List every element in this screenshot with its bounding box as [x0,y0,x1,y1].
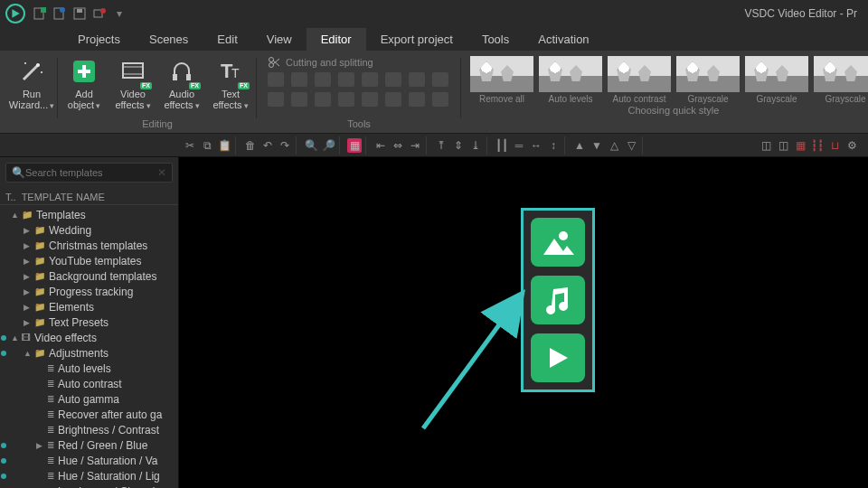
same-width-icon[interactable]: ↔ [529,138,543,153]
scissors-icon [268,56,280,69]
canvas[interactable] [179,157,868,488]
paste-icon[interactable]: 📋 [217,138,231,153]
mini-tool-icon[interactable] [338,92,354,107]
menu-edit[interactable]: Edit [203,28,251,51]
cut-icon[interactable]: ✂ [183,138,197,153]
ungroup-icon[interactable]: ◫ [776,138,790,153]
settings-icon[interactable]: ⚙ [844,138,859,153]
mini-tool-icon[interactable] [291,92,307,107]
ribbon-group-run: Run Wizard... [5,54,58,131]
guides-icon[interactable]: ┇┇ [810,138,825,153]
same-height-icon[interactable]: ↕ [546,138,561,153]
tree-item[interactable]: ≣Auto levels [2,361,178,376]
style-grayscale-3[interactable]: Grayscale [814,56,868,104]
tree-item[interactable]: ▶≣Red / Green / Blue [2,437,178,453]
mini-tool-icon[interactable] [385,72,401,87]
zoom-out-icon[interactable]: 🔎 [321,138,335,153]
tree-item[interactable]: ▶📁YouTube templates [2,253,178,268]
style-grayscale-2[interactable]: Grayscale [745,56,808,104]
mini-tool-icon[interactable] [432,92,448,107]
bring-front-icon[interactable]: ▲ [572,138,587,153]
insert-audio-button[interactable] [531,276,585,324]
forward-icon[interactable]: △ [607,138,621,153]
insert-image-button[interactable] [531,218,585,267]
tree-item[interactable]: ▶📁Wedding [2,222,178,238]
mini-tool-icon[interactable] [338,72,354,87]
qat-save-icon[interactable] [72,6,87,21]
redo-icon[interactable]: ↷ [278,138,292,153]
tree-item[interactable]: ▶📁Elements [2,299,178,314]
tree-item[interactable]: ≣Auto contrast [2,376,178,391]
audio-effects-button[interactable]: FX Audio effects [161,54,203,111]
align-top-icon[interactable]: ⤒ [434,138,448,153]
mini-tool-icon[interactable] [385,92,401,107]
mini-tool-icon[interactable] [268,92,284,107]
style-grayscale-1[interactable]: Grayscale [676,56,740,104]
text-effects-button[interactable]: TTFX Text effects [210,54,251,111]
mini-tool-icon[interactable] [409,92,425,107]
align-bottom-icon[interactable]: ⤓ [468,138,483,153]
mini-tool-icon[interactable] [362,72,378,87]
menu-scenes[interactable]: Scenes [135,28,203,51]
run-wizard-button[interactable]: Run Wizard... [11,54,52,111]
menu-tools[interactable]: Tools [467,28,524,51]
tree-item[interactable]: ▲📁Templates [2,207,178,222]
tree-item[interactable]: ▶📁Progress tracking [2,284,178,299]
mini-tool-icon[interactable] [268,72,284,87]
menu-projects[interactable]: Projects [63,28,135,51]
svg-point-4 [60,7,65,13]
align-center-h-icon[interactable]: ⇔ [391,138,405,153]
tree-item[interactable]: ▶📁Background templates [2,268,178,284]
menu-export[interactable]: Export project [366,28,467,51]
tree-item[interactable]: ▶📁Text Presets [2,314,178,330]
grid-icon[interactable]: ▦ [793,138,807,153]
undo-icon[interactable]: ↶ [260,138,275,153]
zoom-in-icon[interactable]: 🔍 [304,138,318,153]
menu-editor[interactable]: Editor [307,28,366,51]
style-auto-levels[interactable]: Auto levels [539,56,602,104]
menu-view[interactable]: View [252,28,307,51]
insert-video-button[interactable] [531,333,585,382]
search-input[interactable] [25,167,157,178]
tree-item[interactable]: ≣Hue / Saturation / Va [2,453,178,468]
send-back-icon[interactable]: ▼ [590,138,604,153]
tree-item[interactable]: ≣Auto gamma [2,391,178,407]
tree-item[interactable]: ≣Brightness / Contrast [2,422,178,437]
mini-tool-icon[interactable] [315,72,331,87]
group-icon[interactable]: ◫ [759,138,773,153]
svg-point-52 [559,231,568,240]
backward-icon[interactable]: ▽ [624,138,638,153]
mini-tool-icon[interactable] [362,92,378,107]
mini-tool-icon[interactable] [291,72,307,87]
trash-icon[interactable]: 🗑 [243,138,258,153]
tree-item[interactable]: ≣Recover after auto ga [2,407,178,422]
tree-item[interactable]: ▲📁Adjustments [2,345,178,361]
menu-activation[interactable]: Activation [524,28,603,51]
qat-open-icon[interactable] [52,6,67,21]
qat-dropdown-icon[interactable]: ▾ [112,6,127,21]
qat-record-icon[interactable] [92,6,107,21]
align-center-v-icon[interactable]: ⇕ [451,138,466,153]
copy-icon[interactable]: ⧉ [200,138,214,153]
tree-item[interactable]: ≣Luminance / Chromin [2,483,178,488]
align-right-icon[interactable]: ⇥ [408,138,422,153]
tree-item[interactable]: ▶📁Christmas templates [2,238,178,253]
templates-search[interactable]: 🔍 ✕ [5,163,173,183]
selection-icon[interactable]: ▦ [347,138,362,153]
dist-h-icon[interactable]: ┃┃ [495,138,509,153]
style-remove-all[interactable]: Remove all [470,56,533,104]
mini-tool-icon[interactable] [432,72,448,87]
templates-tree[interactable]: ▲📁Templates▶📁Wedding▶📁Christmas template… [0,205,178,488]
snap-icon[interactable]: ⊔ [827,138,842,153]
add-object-button[interactable]: Add object [63,54,105,111]
mini-tool-icon[interactable] [409,72,425,87]
tree-item[interactable]: ▲🎞Video effects [2,330,178,345]
video-effects-button[interactable]: FX Video effects [112,54,154,111]
align-left-icon[interactable]: ⇤ [373,138,388,153]
dist-v-icon[interactable]: ═ [512,138,526,153]
qat-new-icon[interactable] [33,6,47,21]
tree-item[interactable]: ≣Hue / Saturation / Lig [2,468,178,483]
mini-tool-icon[interactable] [315,92,331,107]
clear-icon[interactable]: ✕ [157,166,166,179]
style-auto-contrast[interactable]: Auto contrast [608,56,671,104]
